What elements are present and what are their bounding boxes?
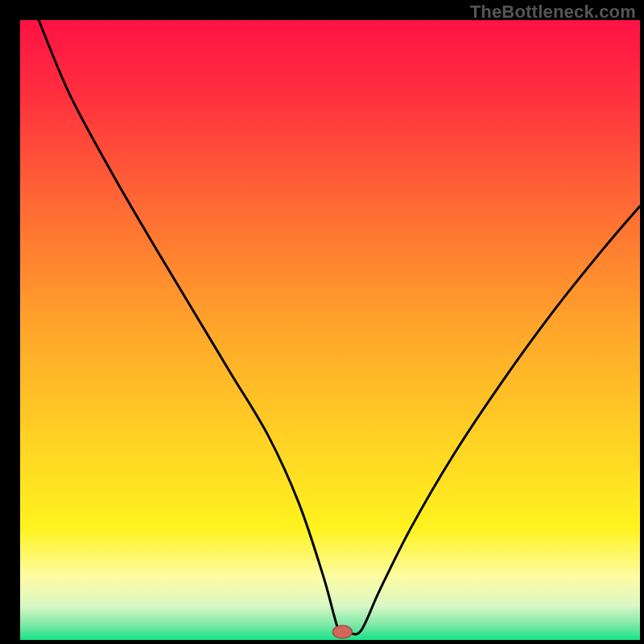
chart-plot-area	[20, 20, 640, 640]
chart-frame: TheBottleneck.com	[0, 0, 644, 644]
bottleneck-chart	[0, 0, 644, 644]
attribution-label: TheBottleneck.com	[470, 2, 636, 23]
optimum-marker	[332, 625, 352, 638]
